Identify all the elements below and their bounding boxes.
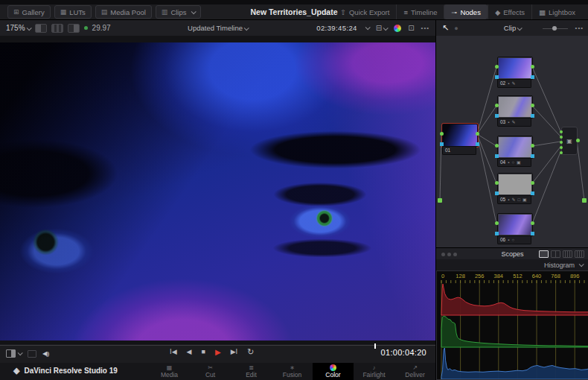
node-output-dot[interactable] bbox=[531, 65, 534, 69]
node-input-dot[interactable] bbox=[495, 181, 499, 185]
node-output-dot[interactable] bbox=[531, 221, 534, 225]
split-toggle-button[interactable] bbox=[51, 24, 63, 33]
chevron-down-icon[interactable] bbox=[365, 25, 370, 30]
output-node-input-dot[interactable] bbox=[560, 136, 563, 139]
toggle-lightbox[interactable]: ▦Lightbox bbox=[531, 4, 582, 19]
highlight-toggle-button[interactable] bbox=[68, 24, 80, 33]
node-output-dot[interactable] bbox=[531, 104, 534, 107]
toggle-effects[interactable]: ◆Effects bbox=[488, 4, 531, 19]
button-clips[interactable]: ▥Clips bbox=[156, 5, 201, 19]
node-connection-line bbox=[477, 67, 496, 134]
node-zoom-slider[interactable] bbox=[543, 25, 568, 31]
corrector-node-04[interactable]: 04▪○▣ bbox=[497, 136, 533, 167]
page-tab-cut[interactable]: ✂Cut bbox=[190, 363, 231, 380]
wipe-toggle-button[interactable] bbox=[35, 24, 47, 33]
corrector-node-01[interactable]: 01 bbox=[442, 124, 478, 155]
node-output-dot[interactable] bbox=[531, 144, 534, 148]
node-thumbnail bbox=[442, 124, 478, 147]
scale-label: 128 bbox=[456, 273, 465, 279]
skip-end-button[interactable]: ▶Ⅰ bbox=[231, 349, 238, 355]
node-input-dot[interactable] bbox=[495, 144, 499, 148]
viewer-options-menu[interactable]: ••• bbox=[421, 25, 429, 31]
slider-knob[interactable] bbox=[552, 26, 557, 31]
node-key-input[interactable] bbox=[495, 232, 499, 235]
effects-icon: ◆ bbox=[495, 8, 500, 16]
grab-still-button[interactable]: ⊟ bbox=[376, 24, 387, 32]
layout-1up-button[interactable] bbox=[539, 250, 549, 258]
fairlight-page-icon: ♪ bbox=[373, 365, 376, 371]
image-wipe-icon[interactable] bbox=[28, 350, 36, 358]
playhead[interactable] bbox=[374, 343, 376, 349]
histogram-scope[interactable]: 0128256384512640768896 bbox=[436, 270, 588, 380]
chevron-down-icon[interactable] bbox=[18, 350, 23, 355]
button-gallery[interactable]: ⊞Gallery bbox=[7, 5, 51, 19]
speaker-icon[interactable]: ◀)) bbox=[42, 350, 48, 357]
node-input-dot[interactable] bbox=[495, 221, 499, 225]
layout-2up-button[interactable] bbox=[551, 250, 560, 258]
node-key-input[interactable] bbox=[495, 114, 499, 118]
corrector-node-02[interactable]: 02▪✎ bbox=[497, 57, 533, 88]
stop-button[interactable]: ■ bbox=[202, 349, 205, 355]
nodes-options-menu[interactable]: ••• bbox=[575, 25, 584, 31]
node-output-dot[interactable] bbox=[531, 181, 534, 185]
output-node-input-dot[interactable] bbox=[560, 141, 563, 144]
page-tab-fairlight[interactable]: ♪Fairlight bbox=[354, 363, 394, 380]
page-tab-media[interactable]: ▦Media bbox=[149, 363, 190, 380]
page-tab-deliver[interactable]: ↗Deliver bbox=[394, 363, 435, 380]
button-media-pool[interactable]: ▤Media Pool bbox=[95, 5, 152, 19]
page-tab-color[interactable]: Color bbox=[313, 363, 354, 380]
page-tab-fusion[interactable]: ∗Fusion bbox=[272, 363, 313, 380]
play-button[interactable]: ▶ bbox=[215, 349, 221, 356]
node-key-output[interactable] bbox=[531, 191, 534, 195]
node-key-output[interactable] bbox=[531, 75, 534, 79]
step-back-button[interactable]: ◀ bbox=[187, 349, 192, 355]
viewer-zoom-select[interactable]: 175% bbox=[6, 24, 31, 32]
node-label-bar: 03▪✎ bbox=[497, 118, 531, 127]
node-graph[interactable]: 0102▪✎03▪✎04▪○▣05▪✎□▣06▪○▣ bbox=[436, 36, 588, 247]
toggle-nodes[interactable]: ⊸Nodes bbox=[444, 4, 487, 19]
node-key-input[interactable] bbox=[440, 142, 444, 146]
corrector-node-03[interactable]: 03▪✎ bbox=[497, 95, 533, 127]
output-node-output-dot[interactable] bbox=[576, 139, 580, 142]
node-key-output[interactable] bbox=[531, 232, 534, 235]
node-output-dot[interactable] bbox=[476, 132, 479, 136]
node-thumbnail bbox=[497, 173, 533, 196]
node-key-output[interactable] bbox=[476, 142, 479, 146]
button-label: Media Pool bbox=[110, 8, 146, 16]
node-input-dot[interactable] bbox=[495, 104, 499, 107]
scope-type-selector[interactable]: Histogram bbox=[544, 262, 575, 269]
video-frame[interactable] bbox=[0, 42, 435, 341]
node-input-dot[interactable] bbox=[440, 132, 444, 136]
output-node-input-dot[interactable] bbox=[560, 146, 563, 149]
graph-sink-connector[interactable] bbox=[582, 198, 587, 203]
layout-3up-button[interactable] bbox=[563, 250, 572, 258]
node-key-input[interactable] bbox=[495, 75, 499, 79]
toggle-timeline[interactable]: ≡Timeline bbox=[396, 4, 444, 19]
split-view-icon[interactable] bbox=[6, 349, 16, 358]
node-number: 04 bbox=[500, 160, 505, 165]
graph-source-connector[interactable] bbox=[438, 198, 442, 203]
scope-layout-buttons bbox=[539, 250, 584, 258]
layout-4up-button[interactable] bbox=[575, 250, 584, 258]
highlight-tool-icon[interactable]: ● bbox=[454, 25, 458, 32]
loop-button[interactable]: ↻ bbox=[247, 348, 254, 356]
cursor-tool-icon[interactable]: ↖ bbox=[442, 23, 449, 33]
toggle-quick-export[interactable]: ⇧Quick Export bbox=[333, 4, 396, 19]
node-key-output[interactable] bbox=[531, 154, 534, 158]
node-key-output[interactable] bbox=[531, 114, 534, 118]
jog-bar[interactable] bbox=[0, 345, 435, 346]
output-node[interactable]: ▣ bbox=[561, 127, 578, 155]
button-luts[interactable]: ▦LUTs bbox=[54, 5, 92, 19]
output-node-input-dot[interactable] bbox=[560, 130, 563, 133]
corrector-node-06[interactable]: 06▪○ bbox=[497, 213, 533, 244]
node-key-input[interactable] bbox=[495, 154, 499, 158]
panel-dots-icon[interactable] bbox=[441, 253, 457, 256]
page-tab-edit[interactable]: ≣Edit bbox=[231, 363, 272, 380]
expand-viewer-button[interactable]: ⊡ bbox=[408, 24, 414, 32]
color-viewer-mode-icon[interactable] bbox=[394, 25, 401, 32]
node-input-dot[interactable] bbox=[495, 65, 499, 69]
corrector-node-05[interactable]: 05▪✎□▣ bbox=[497, 173, 533, 204]
node-key-input[interactable] bbox=[495, 191, 499, 195]
output-node-input-dot[interactable] bbox=[560, 151, 563, 154]
skip-start-button[interactable]: Ⅰ◀ bbox=[170, 349, 177, 355]
